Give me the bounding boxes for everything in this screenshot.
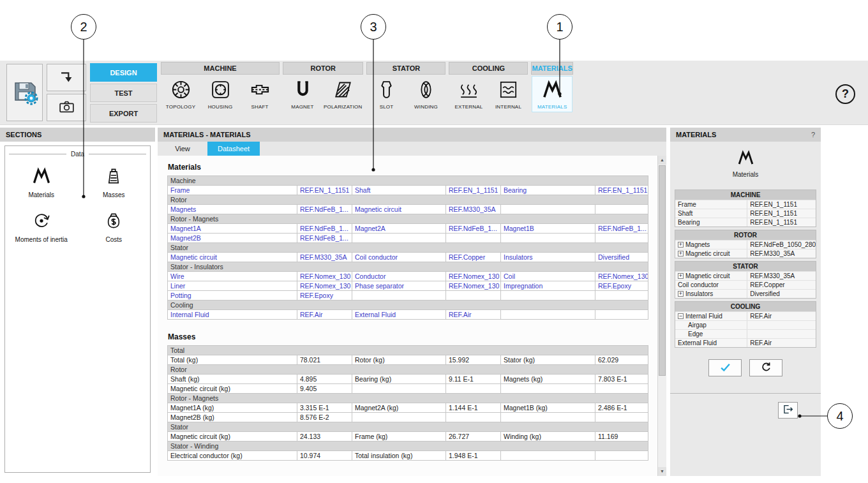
rp-row-value[interactable]: REF.EN_1_1151 [747,200,816,209]
cell-value [446,413,501,422]
cell-value[interactable]: REF.Nomex_130 [297,272,352,281]
housing-icon [210,79,231,103]
toolbar-item-materials[interactable]: MATERIALS [532,77,572,112]
scroll-down-button[interactable]: ▼ [658,467,666,476]
cell-label[interactable]: Magnetic circuit [168,253,297,262]
import-button[interactable] [47,64,86,91]
right-panel-help-button[interactable]: ? [811,128,815,142]
toolbar-group-title: MATERIALS [531,62,572,75]
vertical-scrollbar[interactable]: ▲ ▼ [657,156,666,476]
expand-icon[interactable]: + [678,291,684,297]
rp-row-value[interactable]: REF.M330_35A [747,272,816,280]
toolbar-item-shaft[interactable]: SHAFT [240,77,280,112]
cell-label[interactable]: Coil [501,272,595,281]
cell-value[interactable]: REF.Nomex_130 [446,281,501,291]
cell-value[interactable]: REF.Nomex_130 [446,272,501,281]
cell-label[interactable]: Magnet2B [168,234,297,243]
toolbar-item-winding[interactable]: WINDING [406,77,445,112]
sidebar-item-masses[interactable]: Masses [78,167,151,198]
cell-value[interactable]: REF.Nomex_130 [297,281,352,291]
tab-datasheet[interactable]: Datasheet [207,142,260,156]
sidebar-item-materials[interactable]: Materials [5,167,78,198]
mode-tab-design[interactable]: DESIGN [90,63,157,82]
sidebar-item-moments-of-inertia[interactable]: Moments of inertia [5,211,78,243]
cell-label: Magnets (kg) [501,375,595,384]
toolbar-item-internal[interactable]: INTERNAL [488,77,528,112]
cell-value[interactable]: REF.EN_1_1151 [297,186,352,195]
cell-value[interactable]: REF.NdFeB_1... [595,224,648,234]
cell-label[interactable]: Liner [168,281,297,291]
cell-value[interactable]: REF.NdFeB_1... [297,224,352,234]
cell-value[interactable]: REF.NdFeB_1... [297,205,352,214]
cell-value[interactable]: REF.Copper [446,253,501,262]
main-panel-title: MATERIALS - MATERIALS [158,128,666,142]
cell-label[interactable]: Bearing [501,186,595,195]
rp-row-value[interactable]: REF.NdFeB_1050_2800 [747,241,816,249]
rp-row-value[interactable]: REF.Air [747,339,816,347]
cell-value[interactable]: REF.Air [297,310,352,320]
toolbar-item-external[interactable]: EXTERNAL [449,77,488,112]
cell-label[interactable]: Phase separator [352,281,446,291]
cell-label[interactable]: Magnet1A [168,224,297,234]
cell-label[interactable]: Impregnation [501,281,595,291]
cell-value[interactable]: REF.EN_1_1151 [446,186,501,195]
mode-tab-export[interactable]: EXPORT [90,104,157,123]
collapse-icon[interactable]: − [678,313,684,319]
cell-label[interactable]: Internal Fluid [168,310,297,320]
export-button[interactable] [778,402,798,419]
rp-row-value[interactable]: REF.M330_35A [747,249,816,258]
cell-label[interactable]: Magnet1B [501,224,595,234]
right-panel-title: MATERIALS [676,128,716,142]
cell-value[interactable]: Diversified [595,253,648,262]
mode-tab-test[interactable]: TEST [90,84,157,102]
toolbar-item-magnet[interactable]: MAGNET [283,77,322,112]
rp-row-value[interactable]: REF.EN_1_1151 [747,209,816,218]
cell-value: 10.974 [297,451,352,461]
help-button[interactable]: ? [835,84,855,104]
toolbar-item-polarization[interactable]: POLARIZATION [322,77,363,112]
cell-value[interactable]: REF.Air [446,310,501,320]
cell-label[interactable]: Conductor [352,272,446,281]
rp-row-value[interactable]: REF.EN_1_1151 [747,218,816,227]
reset-button[interactable] [749,359,782,376]
scroll-up-button[interactable]: ▲ [658,156,666,165]
cell-value: 4.895 [297,375,352,384]
right-panel-header: MATERIALS ? [670,128,821,142]
scrollbar-thumb[interactable] [659,165,666,376]
expand-icon[interactable]: + [678,251,684,256]
cell-value[interactable]: REF.M330_35A [297,253,352,262]
cell-value[interactable]: REF.EN_1_1151 [595,186,648,195]
cell-label[interactable]: Magnets [168,205,297,214]
save-button[interactable] [6,64,43,121]
toolbar-item-housing[interactable]: HOUSING [200,77,240,112]
cell-label[interactable]: Insulators [501,253,595,262]
expand-icon[interactable]: + [678,273,684,279]
cell-value[interactable]: REF.NdFeB_1... [446,224,501,234]
toolbar-item-topology[interactable]: TOPOLOGY [161,77,200,112]
cell-label[interactable]: Coil conductor [352,253,446,262]
cell-label[interactable]: Magnetic circuit [352,205,446,214]
cell-label[interactable]: Shaft [352,186,446,195]
cell-value[interactable]: REF.M330_35A [446,205,501,214]
expand-icon[interactable]: + [678,242,684,248]
cell-label[interactable]: Potting [168,291,297,301]
table-data-row: PottingREF.Epoxy [168,291,648,301]
table-data-row: Magnetic circuitREF.M330_35ACoil conduct… [168,253,648,262]
cell-label[interactable]: Magnet2A [352,224,446,234]
cell-value[interactable]: REF.Epoxy [595,281,648,291]
cell-value[interactable]: REF.NdFeB_1... [297,234,352,243]
tab-view[interactable]: View [158,142,207,156]
apply-button[interactable] [708,359,742,376]
cell-value[interactable]: REF.Nomex_130 [595,272,648,281]
toolbar-item-slot[interactable]: SLOT [366,77,406,112]
rp-row-value[interactable]: REF.Air [747,312,816,320]
cell-label[interactable]: Wire [168,272,297,281]
screenshot-button[interactable] [47,94,86,121]
cell-label[interactable]: External Fluid [352,310,446,320]
rp-row-value[interactable]: REF.Copper [747,281,816,289]
rp-row-value[interactable]: Diversified [747,290,816,298]
sidebar-item-costs[interactable]: Costs [78,211,151,243]
cell-value[interactable]: REF.Epoxy [297,291,352,301]
rp-section-rotor: ROTOR+MagnetsREF.NdFeB_1050_2800+Magneti… [675,230,816,258]
cell-label[interactable]: Frame [168,186,297,195]
